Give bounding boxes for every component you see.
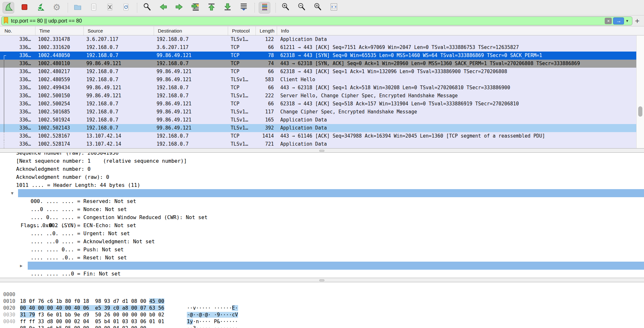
pane-splitter[interactable] (0, 278, 644, 282)
source-cell: 192.168.0.7 (84, 76, 154, 84)
zoom-in-button[interactable] (280, 2, 291, 14)
display-filter-input[interactable]: tcp.port == 80 || udp.port == 80 × → ▾ (1, 16, 632, 25)
chevron-down-icon[interactable]: ▼ (11, 189, 14, 197)
packet-row-selected[interactable]: 336…1002.448050192.168.0.799.86.49.121TC… (0, 52, 636, 60)
hex-bytes[interactable]: ff ff 33 d8 00 00 02 04 05 b4 01 03 03 0… (20, 318, 164, 325)
packet-row[interactable]: 336…1002.52816713.107.42.14192.168.0.7TC… (0, 132, 636, 140)
colorize-packets-button[interactable] (259, 2, 270, 14)
packet-row[interactable]: 336…1002.48011099.86.49.121192.168.0.7TC… (0, 60, 636, 68)
column-header-source[interactable]: Source (84, 26, 154, 35)
column-header-no[interactable]: No. (0, 26, 35, 35)
no-cell: 336… (0, 52, 35, 60)
detail-line[interactable]: .... ..0. .... = Urgent: Not set (0, 229, 644, 237)
chevron-right-icon[interactable]: ▶ (20, 262, 23, 270)
go-last-packet-button[interactable] (222, 2, 233, 14)
hex-row[interactable]: 0030 ff ff 33 d8 00 00 02 04 05 b4 01 03… (0, 305, 644, 312)
packet-row[interactable]: 336…1002.501924192.168.0.799.86.49.121TL… (0, 116, 636, 124)
detail-line[interactable]: .... .... .0.. = Reset: Not set (0, 254, 644, 262)
no-cell: 336… (0, 100, 35, 108)
resize-columns-icon (330, 3, 338, 13)
detail-line[interactable]: Acknowledgment number: 0 (0, 165, 644, 173)
info-cell: 443 → 62318 [ACK] Seq=1 Ack=518 Win=3020… (277, 84, 636, 92)
info-cell: 443 → 62318 [SYN, ACK] Seq=0 Ack=1 Win=2… (277, 60, 636, 68)
restart-capture-button[interactable] (35, 2, 46, 14)
packet-row[interactable]: 336…1002.331620192.168.0.73.6.207.117TCP… (0, 43, 636, 52)
go-to-packet-button[interactable] (189, 2, 201, 14)
save-file-button[interactable] (88, 2, 100, 14)
hex-row[interactable]: 0010 00 40 00 00 40 00 40 06 e5 39 c0 a8… (0, 291, 644, 298)
detail-line[interactable]: Sequence number (raw): 2605041956 (0, 153, 644, 157)
detail-line[interactable]: 000. .... .... = Reserved: Not set (0, 197, 644, 205)
destination-cell: 99.86.49.121 (154, 100, 228, 108)
ascii-bytes[interactable]: 1y·n···· P&······ (187, 318, 238, 325)
hex-row[interactable]: 0000 18 0f 76 c6 1b 80 f0 18 98 93 d7 d1… (0, 285, 644, 291)
stop-capture-button[interactable] (19, 2, 30, 14)
detail-line[interactable]: .... 0... .... = Congestion Window Reduc… (0, 213, 644, 221)
capture-options-button[interactable]: ⚙ (51, 2, 62, 14)
packet-row[interactable]: 336…1002.49943499.86.49.121192.168.0.7TC… (0, 84, 636, 92)
filter-add-button[interactable]: + (632, 16, 642, 25)
detail-line[interactable]: .... ...0 .... = Acknowledgment: Not set (0, 237, 644, 246)
detail-line[interactable]: .... .... 0... = Push: Not set (0, 246, 644, 254)
column-header-protocol[interactable]: Protocol (228, 26, 256, 35)
filter-expression-text[interactable]: tcp.port == 80 || udp.port == 80 (8, 18, 605, 24)
source-cell: 99.86.49.121 (84, 92, 154, 100)
info-cell: Server Hello, Change Cipher Spec, Encryp… (277, 92, 636, 100)
hex-row[interactable]: 0040 08 0a 13 e6 b5 95 00 00 00 00 04 02… (0, 312, 644, 318)
zoom-out-button[interactable] (296, 2, 307, 14)
packet-details-pane: Sequence number (raw): 2605041956 [Next … (0, 153, 644, 278)
detail-line[interactable]: ...0 .... .... = Nonce: Not set (0, 205, 644, 213)
ascii-bytes[interactable]: ··3····· ········ (187, 325, 238, 328)
filter-clear-button[interactable]: × (605, 18, 612, 24)
resize-columns-button[interactable] (328, 2, 340, 14)
filter-apply-button[interactable]: → (613, 17, 624, 24)
pane-splitter[interactable] (0, 148, 644, 153)
packet-row[interactable]: 336…1002.3314783.6.207.117192.168.0.7TLS… (0, 35, 636, 43)
auto-scroll-button[interactable] (238, 2, 249, 14)
no-cell: 336… (0, 60, 35, 68)
info-cell: 443 → 61146 [ACK] Seq=347988 Ack=16394 W… (277, 132, 636, 140)
packet-row[interactable]: 336…1002.502143192.168.0.799.86.49.121TL… (0, 124, 636, 132)
close-file-button[interactable] (104, 2, 116, 14)
detail-line[interactable]: Acknowledgment number (raw): 0 (0, 173, 644, 181)
column-header-length[interactable]: Length (256, 26, 277, 35)
arrow-right-icon (175, 3, 184, 13)
column-header-info[interactable]: Info (277, 26, 644, 35)
go-back-button[interactable] (157, 2, 169, 14)
go-forward-button[interactable] (173, 2, 185, 14)
packet-row[interactable]: 336…1002.501685192.168.0.799.86.49.121TL… (0, 108, 636, 116)
detail-line-flags-selected[interactable]: ▼ Flags: 0x002 (SYN) (0, 189, 644, 197)
detail-line[interactable]: .... .0.. .... = ECN-Echo: Not set (0, 221, 644, 229)
source-cell: 192.168.0.7 (84, 68, 154, 76)
source-cell: 192.168.0.7 (84, 116, 154, 124)
reload-file-icon (122, 3, 130, 13)
packet-row[interactable]: 336…1002.480559192.168.0.799.86.49.121TL… (0, 76, 636, 84)
detail-line[interactable]: .... .... ...0 = Fin: Not set (0, 270, 644, 278)
toolbar-separator (68, 3, 68, 13)
find-packet-button[interactable] (141, 2, 153, 14)
destination-cell: 99.86.49.121 (154, 76, 228, 84)
packet-row[interactable]: 336…1002.52817413.107.42.14192.168.0.7TL… (0, 140, 636, 148)
packet-row[interactable]: 336…1002.50015099.86.49.121192.168.0.7TL… (0, 92, 636, 100)
scrollbar-thumb[interactable] (638, 106, 642, 117)
hex-row[interactable]: 0020 31 79 f3 6e 01 bb 9e d9 50 26 00 00… (0, 298, 644, 305)
detail-line-syn-highlighted[interactable]: ▶ .... .... ..1. = Syn: Set (0, 262, 644, 270)
toolbar-separator (137, 3, 137, 13)
packet-list-scrollbar[interactable] (636, 35, 644, 148)
zoom-100-button[interactable] (312, 2, 323, 14)
start-capture-button[interactable] (3, 2, 14, 14)
open-file-button[interactable] (72, 2, 83, 14)
detail-line[interactable]: 1011 .... = Header Length: 44 bytes (11) (0, 181, 644, 189)
reload-file-button[interactable] (120, 2, 132, 14)
hex-offset: 0040 (3, 318, 15, 325)
detail-line[interactable]: [Next sequence number: 1 (relative seque… (0, 157, 644, 165)
column-header-time[interactable]: Time (35, 26, 84, 35)
detail-text: 1011 .... = Header Length: 44 bytes (11) (0, 181, 644, 189)
filter-bookmark-icon[interactable] (4, 17, 8, 25)
packet-row[interactable]: 336…1002.480217192.168.0.799.86.49.121TC… (0, 68, 636, 76)
go-first-packet-button[interactable] (206, 2, 217, 14)
packet-row[interactable]: 336…1002.500254192.168.0.799.86.49.121TC… (0, 100, 636, 108)
filter-dropdown-caret[interactable]: ▾ (624, 18, 631, 23)
hex-bytes[interactable]: 08 0a 13 e6 b5 95 00 00 00 00 04 02 00 0… (20, 325, 146, 328)
column-header-destination[interactable]: Destination (154, 26, 228, 35)
